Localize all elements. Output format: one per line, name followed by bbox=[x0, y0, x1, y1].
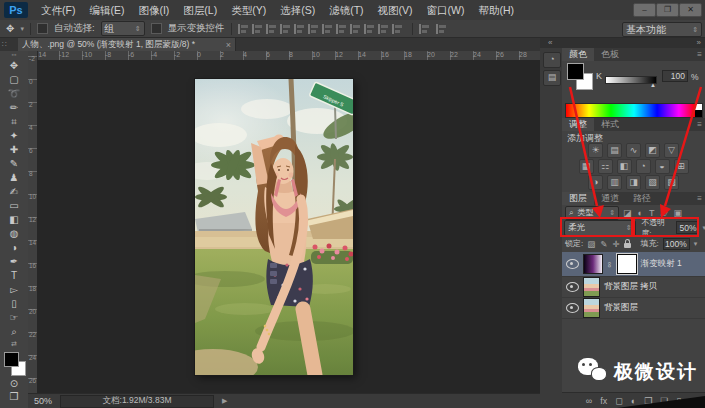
panel-foreground-swatch[interactable] bbox=[567, 63, 584, 80]
hue-saturation[interactable]: ▦ bbox=[579, 159, 594, 174]
tab-paths[interactable]: 路径 bbox=[626, 192, 658, 205]
layer-name[interactable]: 渐变映射 1 bbox=[641, 258, 682, 270]
pen-tool[interactable]: ✒ bbox=[0, 255, 28, 269]
k-slider-knob[interactable]: ▲ bbox=[650, 82, 656, 88]
panel-menu-icon[interactable]: ≡ bbox=[697, 194, 702, 203]
threshold[interactable]: ◨ bbox=[626, 175, 641, 190]
layer-thumbnail[interactable] bbox=[583, 277, 600, 297]
toolbar-grip[interactable]: ▪▪ bbox=[0, 51, 28, 59]
layer-thumbnail[interactable] bbox=[583, 298, 600, 318]
brightness-contrast[interactable]: ☀ bbox=[588, 143, 603, 158]
align-top[interactable] bbox=[280, 24, 291, 34]
k-value-field[interactable]: 100 bbox=[662, 70, 688, 82]
auto-align-icon[interactable] bbox=[436, 24, 447, 34]
hand-tool[interactable]: ☞ bbox=[0, 311, 28, 325]
blur-tool[interactable]: ◍ bbox=[0, 227, 28, 241]
minimize-button[interactable]: – bbox=[633, 3, 656, 17]
marquee-tool[interactable]: ▢ bbox=[0, 73, 28, 87]
move-tool-icon[interactable]: ✥ bbox=[6, 23, 14, 34]
panel-menu-icon[interactable]: ≡ bbox=[697, 120, 702, 129]
status-arrow-icon[interactable]: ▶ bbox=[222, 397, 227, 405]
panel-menu-icon[interactable]: ≡ bbox=[697, 50, 702, 59]
layer-visibility-eye-icon[interactable] bbox=[566, 282, 579, 292]
exposure[interactable]: ◩ bbox=[645, 143, 660, 158]
tab-close-icon[interactable]: × bbox=[226, 40, 231, 50]
lock-image-pixels[interactable]: ✎ bbox=[600, 239, 607, 249]
mask-link-icon[interactable]: ∞ bbox=[605, 261, 614, 267]
tab-channels[interactable]: 通道 bbox=[594, 192, 626, 205]
layer-name[interactable]: 背景图层 bbox=[604, 302, 638, 314]
tab-adjustments[interactable]: 调整 bbox=[562, 118, 594, 131]
lock-transparent-pixels[interactable]: ▨ bbox=[587, 239, 595, 249]
auto-align-icon[interactable] bbox=[419, 24, 430, 34]
close-button[interactable]: ✕ bbox=[679, 3, 702, 17]
文件(F)[interactable]: 文件(F) bbox=[34, 0, 82, 20]
tab-layers[interactable]: 图层 bbox=[562, 192, 594, 205]
history-brush-tool[interactable]: ✍ bbox=[0, 185, 28, 199]
collapse-dock-icon[interactable]: « bbox=[548, 38, 552, 47]
lock-position[interactable]: ✛ bbox=[612, 239, 619, 249]
layer-mask-thumbnail[interactable] bbox=[617, 254, 637, 274]
gradient-map-thumbnail[interactable] bbox=[583, 254, 603, 274]
path-selection-tool[interactable]: ▻ bbox=[0, 283, 28, 297]
滤镜(T)[interactable]: 滤镜(T) bbox=[322, 0, 370, 20]
图层(L)[interactable]: 图层(L) bbox=[176, 0, 224, 20]
tab-styles[interactable]: 样式 bbox=[594, 118, 626, 131]
opacity-value-field[interactable]: 50% bbox=[676, 221, 699, 234]
levels[interactable]: ▤ bbox=[607, 143, 622, 158]
align-bottom[interactable] bbox=[308, 24, 319, 34]
auto-select-checkbox[interactable] bbox=[37, 23, 48, 34]
clone-stamp-tool[interactable]: ♟ bbox=[0, 171, 28, 185]
dodge-tool[interactable]: ◑ bbox=[0, 241, 28, 255]
healing-brush-tool[interactable]: ✚ bbox=[0, 143, 28, 157]
properties-panel-icon[interactable]: ▤ bbox=[543, 70, 561, 86]
quick-selection-tool[interactable]: ✏ bbox=[0, 101, 28, 115]
channel-mixer[interactable]: ◒ bbox=[655, 159, 670, 174]
tab-color[interactable]: 颜色 bbox=[562, 48, 594, 61]
filter-pixel-layers[interactable]: ◪ bbox=[623, 208, 632, 218]
tool-preset-arrow-icon[interactable]: ▾ bbox=[20, 25, 24, 33]
dist-left[interactable] bbox=[322, 24, 333, 34]
expand-dock-icon[interactable]: » bbox=[697, 38, 701, 47]
fill-dropdown-arrow-icon[interactable]: ▾ bbox=[694, 240, 698, 248]
窗口(W)[interactable]: 窗口(W) bbox=[420, 0, 472, 20]
dist-bottom[interactable] bbox=[392, 24, 403, 34]
align-middle[interactable] bbox=[294, 24, 305, 34]
lasso-tool[interactable]: ➰ bbox=[0, 87, 28, 101]
eyedropper-tool[interactable]: ✦ bbox=[0, 129, 28, 143]
workspace-switcher[interactable]: 基本功能 ⇕ bbox=[622, 22, 702, 37]
panel-grip[interactable]: ∷ bbox=[2, 40, 8, 49]
type-tool[interactable]: T bbox=[0, 269, 28, 283]
quick-mask-icon[interactable]: ⊙ bbox=[0, 378, 28, 389]
layer-row-background[interactable]: 背景图层 bbox=[562, 298, 705, 319]
lock-all-icon[interactable] bbox=[624, 243, 631, 248]
帮助(H)[interactable]: 帮助(H) bbox=[472, 0, 522, 20]
posterize[interactable]: ▥ bbox=[607, 175, 622, 190]
gradient-map[interactable]: ▨ bbox=[664, 175, 679, 190]
auto-select-dropdown[interactable]: 组 ⇕ bbox=[101, 21, 145, 36]
gradient-tool[interactable]: ◧ bbox=[0, 213, 28, 227]
history-panel-icon[interactable]: ◔ bbox=[543, 52, 561, 68]
curves[interactable]: ∿ bbox=[626, 143, 641, 158]
dist-center-h[interactable] bbox=[336, 24, 347, 34]
crop-tool[interactable]: ⌗ bbox=[0, 115, 28, 129]
layer-filter-dropdown[interactable]: ⌕ 类型 ⇕ bbox=[565, 206, 619, 220]
fill-value-field[interactable]: 100% bbox=[663, 238, 690, 250]
move-tool[interactable]: ✥ bbox=[0, 59, 28, 73]
dist-middle[interactable] bbox=[378, 24, 389, 34]
show-transform-checkbox[interactable] bbox=[151, 23, 162, 34]
color-lookup[interactable]: ⊞ bbox=[674, 159, 689, 174]
layer-name[interactable]: 背景图层 拷贝 bbox=[604, 281, 657, 293]
document-tab[interactable]: 人物、.png @ 50% (渐变映射 1, 图层蒙版/8) * × bbox=[18, 38, 236, 51]
swap-colors-icon[interactable]: ⇄ bbox=[0, 339, 28, 349]
screen-mode-icon[interactable]: ❐ bbox=[0, 391, 28, 402]
类型(Y)[interactable]: 类型(Y) bbox=[224, 0, 273, 20]
zoom-tool[interactable]: ⌕ bbox=[0, 325, 28, 339]
color-spectrum-ramp[interactable] bbox=[565, 103, 703, 118]
zoom-level[interactable]: 50% bbox=[34, 396, 52, 406]
tab-swatches[interactable]: 色板 bbox=[594, 48, 626, 61]
color-balance[interactable]: ⚏ bbox=[598, 159, 613, 174]
dist-right[interactable] bbox=[350, 24, 361, 34]
black-white[interactable]: ◧ bbox=[617, 159, 632, 174]
foreground-color-swatch[interactable] bbox=[4, 352, 19, 367]
